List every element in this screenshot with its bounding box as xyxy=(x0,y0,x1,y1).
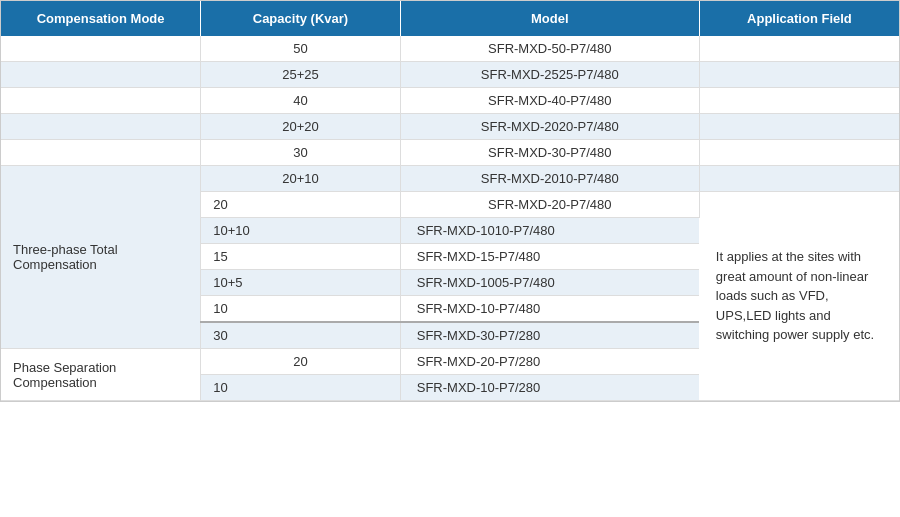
cell-model: SFR-MXD-2010-P7/480 xyxy=(400,166,699,192)
cell-capacity: 25+25 xyxy=(201,62,401,88)
cell-capacity: 20 xyxy=(201,192,401,218)
cell-capacity: 20+20 xyxy=(201,114,401,140)
cell-mode xyxy=(1,36,201,62)
cell-model: SFR-MXD-2525-P7/480 xyxy=(400,62,699,88)
cell-capacity: 15 xyxy=(201,244,401,270)
cell-capacity: 30 xyxy=(201,140,401,166)
cell-mode xyxy=(1,62,201,88)
table-row: 25+25SFR-MXD-2525-P7/480 xyxy=(1,62,899,88)
cell-model: SFR-MXD-10-P7/280 xyxy=(400,375,699,401)
cell-model: SFR-MXD-2020-P7/480 xyxy=(400,114,699,140)
cell-model: SFR-MXD-30-P7/480 xyxy=(400,140,699,166)
cell-capacity: 10 xyxy=(201,375,401,401)
cell-model: SFR-MXD-50-P7/480 xyxy=(400,36,699,62)
cell-model: SFR-MXD-15-P7/480 xyxy=(400,244,699,270)
header-model: Model xyxy=(400,1,699,36)
cell-model: SFR-MXD-30-P7/280 xyxy=(400,322,699,349)
header-app: Application Field xyxy=(699,1,899,36)
cell-model: SFR-MXD-20-P7/480 xyxy=(400,192,699,218)
table-row: 40SFR-MXD-40-P7/480 xyxy=(1,88,899,114)
cell-capacity: 10 xyxy=(201,296,401,323)
cell-model: SFR-MXD-10-P7/480 xyxy=(400,296,699,323)
cell-app xyxy=(699,88,899,114)
cell-capacity: 20+10 xyxy=(201,166,401,192)
product-table: Compensation Mode Capacity (Kvar) Model … xyxy=(1,1,899,401)
cell-capacity: 10+10 xyxy=(201,218,401,244)
cell-capacity: 30 xyxy=(201,322,401,349)
cell-app xyxy=(699,140,899,166)
cell-capacity: 10+5 xyxy=(201,270,401,296)
cell-app xyxy=(699,62,899,88)
table-row: Three-phase Total Compensation20+10SFR-M… xyxy=(1,166,899,192)
cell-mode xyxy=(1,114,201,140)
cell-app xyxy=(699,166,899,192)
cell-capacity: 40 xyxy=(201,88,401,114)
cell-model: SFR-MXD-1005-P7/480 xyxy=(400,270,699,296)
table-row: 20+20SFR-MXD-2020-P7/480 xyxy=(1,114,899,140)
cell-model: SFR-MXD-1010-P7/480 xyxy=(400,218,699,244)
cell-app: It applies at the sites with great amoun… xyxy=(699,192,899,401)
header-capacity: Capacity (Kvar) xyxy=(201,1,401,36)
cell-model: SFR-MXD-40-P7/480 xyxy=(400,88,699,114)
table-row: 30SFR-MXD-30-P7/480 xyxy=(1,140,899,166)
cell-mode: Three-phase Total Compensation xyxy=(1,166,201,349)
cell-capacity: 20 xyxy=(201,349,401,375)
cell-mode xyxy=(1,88,201,114)
cell-mode xyxy=(1,140,201,166)
cell-mode: Phase Separation Compensation xyxy=(1,349,201,401)
cell-app xyxy=(699,36,899,62)
table-row: 50SFR-MXD-50-P7/480 xyxy=(1,36,899,62)
main-table-wrapper: Compensation Mode Capacity (Kvar) Model … xyxy=(0,0,900,402)
cell-app xyxy=(699,114,899,140)
header-mode: Compensation Mode xyxy=(1,1,201,36)
app-text: It applies at the sites with great amoun… xyxy=(716,249,874,342)
cell-capacity: 50 xyxy=(201,36,401,62)
cell-model: SFR-MXD-20-P7/280 xyxy=(400,349,699,375)
